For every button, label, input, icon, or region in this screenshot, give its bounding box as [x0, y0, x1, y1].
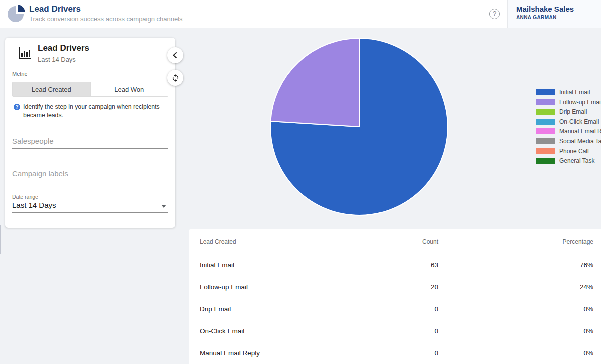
legend-swatch	[536, 158, 555, 164]
salespeople-input[interactable]	[12, 134, 168, 149]
date-range-select[interactable]: Last 14 Days	[12, 201, 168, 213]
legend-item: General Task	[536, 158, 601, 164]
legend-swatch	[536, 119, 555, 125]
table-row: Initial Email 63 76%	[189, 254, 601, 276]
legend-item: Social Media Task	[536, 138, 601, 144]
results-table: Lead Created Count Percentage Initial Em…	[189, 229, 601, 364]
chevron-down-icon	[161, 205, 166, 208]
date-range-label: Date range	[12, 194, 38, 200]
pie-slice-follow-up-email[interactable]	[270, 38, 359, 127]
legend-item: Manual Email Reply	[536, 128, 601, 134]
table-row: Manual Email Reply 0 0%	[189, 342, 601, 364]
app-logo-pie-icon	[7, 5, 26, 24]
legend-label: Manual Email Reply	[559, 128, 601, 135]
panel-title: Lead Drivers	[38, 43, 89, 53]
page-subtitle: Track conversion success across campaign…	[29, 15, 183, 23]
tab-lead-created[interactable]: Lead Created	[13, 82, 90, 96]
legend-swatch	[536, 109, 555, 115]
legend-item: Drip Email	[536, 109, 601, 115]
row-label: Follow-up Email	[200, 283, 398, 291]
table-body: Initial Email 63 76% Follow-up Email 20 …	[189, 254, 601, 364]
row-label: On-Click Email	[200, 327, 398, 335]
row-count: 0	[398, 327, 438, 335]
row-percentage: 0%	[438, 327, 593, 335]
chevron-left-icon	[171, 51, 179, 59]
row-percentage: 24%	[438, 283, 593, 291]
row-label: Manual Email Reply	[200, 349, 398, 357]
table-header-row: Lead Created Count Percentage	[189, 229, 601, 254]
row-count: 20	[398, 283, 438, 291]
legend-label: Initial Email	[559, 89, 590, 96]
page-title: Lead Drivers	[29, 4, 81, 14]
legend-label: Drip Email	[559, 108, 587, 115]
legend-swatch	[536, 148, 555, 154]
legend-label: General Task	[559, 157, 594, 164]
table-row: On-Click Email 0 0%	[189, 320, 601, 342]
date-range-value: Last 14 Days	[12, 201, 56, 209]
column-header-percentage: Percentage	[438, 238, 593, 245]
metric-info: ? Identify the step in your campaign whe…	[14, 103, 165, 120]
column-header-lead-created: Lead Created	[200, 238, 398, 245]
column-header-count: Count	[398, 238, 438, 245]
filters-panel: Lead Drivers Last 14 Days Metric Lead Cr…	[5, 38, 175, 228]
legend-label: Social Media Task	[559, 138, 601, 145]
metric-label: Metric	[12, 71, 27, 77]
app-header: Lead Drivers Track conversion success ac…	[0, 0, 601, 28]
campaign-labels-input[interactable]	[12, 166, 168, 181]
refresh-sync-icon	[171, 74, 180, 82]
metric-toggle: Lead Created Lead Won	[12, 82, 168, 97]
legend-item: Follow-up Email	[536, 99, 601, 105]
table-row: Drip Email 0 0%	[189, 298, 601, 320]
bar-chart-icon	[17, 46, 33, 61]
legend-swatch	[536, 89, 555, 95]
legend-item: Phone Call	[536, 148, 601, 154]
legend-swatch	[536, 128, 555, 134]
info-help-icon: ?	[14, 104, 20, 110]
legend-label: On-Click Email	[559, 118, 599, 125]
help-icon[interactable]: ?	[489, 9, 500, 19]
account-name: Mailshake Sales	[516, 5, 601, 13]
metric-info-text: Identify the step in your campaign when …	[23, 103, 165, 120]
row-percentage: 76%	[438, 261, 593, 269]
legend-swatch	[536, 138, 555, 144]
account-menu[interactable]: Mailshake Sales ANNA GARMAN	[508, 0, 601, 28]
table-row: Follow-up Email 20 24%	[189, 276, 601, 298]
legend-item: On-Click Email	[536, 119, 601, 125]
row-count: 0	[398, 349, 438, 357]
legend-label: Phone Call	[559, 148, 589, 155]
pie-chart-area	[259, 32, 459, 222]
left-edge-strip	[0, 225, 1, 254]
row-count: 63	[398, 261, 438, 269]
legend-label: Follow-up Email	[559, 99, 601, 106]
row-label: Initial Email	[200, 261, 398, 269]
row-percentage: 0%	[438, 349, 593, 357]
row-label: Drip Email	[200, 305, 398, 313]
refresh-button[interactable]	[167, 70, 183, 86]
panel-subtitle: Last 14 Days	[38, 56, 76, 63]
pie-chart	[259, 32, 459, 222]
legend-swatch	[536, 99, 555, 105]
chart-legend: Initial Email Follow-up Email Drip Email…	[536, 89, 601, 168]
legend-item: Initial Email	[536, 89, 601, 95]
row-count: 0	[398, 305, 438, 313]
tab-lead-won[interactable]: Lead Won	[90, 82, 168, 96]
collapse-panel-button[interactable]	[167, 47, 183, 63]
row-percentage: 0%	[438, 305, 593, 313]
account-user: ANNA GARMAN	[516, 15, 601, 20]
